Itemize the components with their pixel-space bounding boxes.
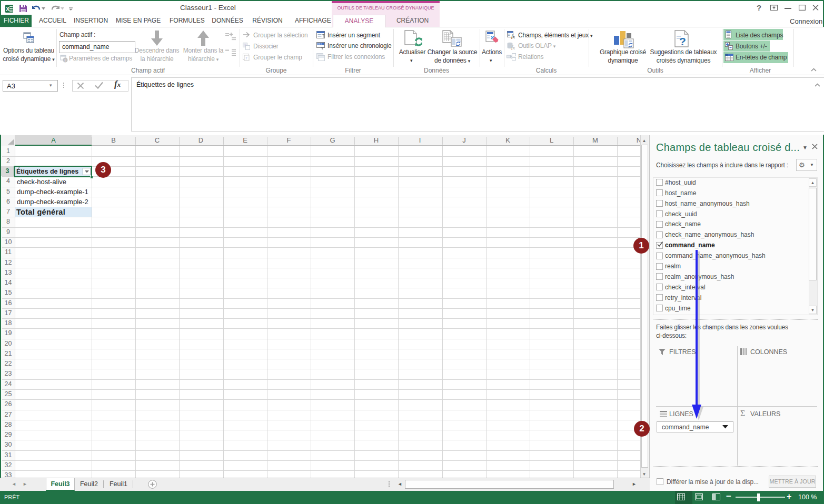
svg-text:i: i [64, 58, 65, 62]
svg-text:7: 7 [245, 56, 248, 61]
svg-text:?: ? [679, 35, 686, 47]
svg-text:X: X [6, 6, 10, 12]
svg-text:fx: fx [511, 45, 515, 50]
svg-text:fx: fx [511, 34, 515, 39]
